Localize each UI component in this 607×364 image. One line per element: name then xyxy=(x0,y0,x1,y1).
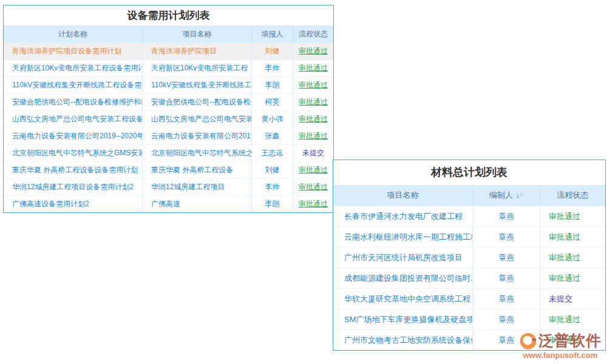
table-row: 华润12城房建工程项目设备需用计划2 华润12城房建工程项目 李帅 审批通过 xyxy=(4,178,333,195)
flow-status-link[interactable]: 审批通过 xyxy=(293,128,333,144)
material-plan-panel: 材料总计划列表 项目名称 编制人 流程状态 长春市伊通河水力发电厂改建工程 xyxy=(333,160,606,351)
column-header-compiler[interactable]: 编制人 xyxy=(472,185,540,206)
flow-status-link[interactable]: 审批通过 xyxy=(540,309,605,329)
plan-name-link[interactable]: 天府新区10Kv变电所安装工程设备需用计划 xyxy=(4,60,142,76)
project-name-link[interactable]: 天府新区10Kv变电所安装工程 xyxy=(142,60,251,76)
table-row: 北京朝阳区电气中芯特气系统之GMS安装设备... 北京朝阳区电气中芯特气系统之G… xyxy=(4,144,333,161)
column-header-project-name: 项目名称 xyxy=(333,185,472,206)
compiler-name: 章燕 xyxy=(472,227,540,247)
project-name-link[interactable]: 110kV安徽线程集变开断线路工程 xyxy=(142,77,251,93)
reporter-name: 李帅 xyxy=(251,60,293,76)
project-name-link[interactable]: 成都能源建设集团投资有限公司临时... xyxy=(333,268,472,288)
flow-status-link[interactable]: 审批通过 xyxy=(293,43,333,59)
project-name-link[interactable]: SM广场地下车库更换摄像机及硬盘项目 xyxy=(333,309,472,329)
flow-status-link[interactable]: 未提交 xyxy=(540,289,605,309)
column-header-reporter: 填报人 xyxy=(251,25,293,42)
flow-status-link[interactable]: 审批通过 xyxy=(293,94,333,110)
equipment-plan-panel: 设备需用计划列表 计划名称 项目名称 填报人 流程状态 青海洪湖养护院项目设备需… xyxy=(3,5,334,213)
flow-status-link[interactable]: 审批通过 xyxy=(540,206,605,226)
table-row: 华软大厦研究基地中央空调系统工程 章燕 未提交 xyxy=(333,288,605,309)
material-table-header: 项目名称 编制人 流程状态 xyxy=(333,185,605,206)
table-row: 青海洪湖养护院项目设备需用计划 青海洪湖养护院项目 刘健 审批通过 xyxy=(4,42,333,59)
flow-status-link[interactable]: 审批通过 xyxy=(540,330,605,350)
reporter-name: 李朗 xyxy=(251,77,293,93)
flow-status-link[interactable]: 审批通过 xyxy=(293,77,333,93)
equipment-table-body: 青海洪湖养护院项目设备需用计划 青海洪湖养护院项目 刘健 审批通过 天府新区10… xyxy=(4,42,333,212)
project-name-link[interactable]: 青海洪湖养护院项目 xyxy=(142,43,251,59)
plan-name-link[interactable]: 110kV安徽线程集变开断线路工程设备需用计划 xyxy=(4,77,142,93)
plan-name-link[interactable]: 华润12城房建工程项目设备需用计划2 xyxy=(4,179,142,195)
compiler-name: 章燕 xyxy=(472,248,540,268)
reporter-name: 黄小强 xyxy=(251,111,293,127)
reporter-name: 李朗 xyxy=(251,196,293,212)
project-name-link[interactable]: 云南电力设备安装有限公司2019--2... xyxy=(142,128,251,144)
plan-name-link[interactable]: 云南电力设备安装有限公司2019--2020年度劳... xyxy=(4,128,142,144)
project-name-link[interactable]: 广州市文物考古工地安防系统设备保修 xyxy=(333,330,472,350)
project-name-link[interactable]: 安徽合肥供电公司--配电设备检修维... xyxy=(142,94,251,110)
flow-status-link[interactable]: 审批通过 xyxy=(293,111,333,127)
column-header-plan-name: 计划名称 xyxy=(4,25,142,42)
project-name-link[interactable]: 山西弘文房地产总公司电气安装工程 xyxy=(142,111,251,127)
reporter-name: 柯英 xyxy=(251,94,293,110)
compiler-name: 章燕 xyxy=(472,309,540,329)
watermark-url-text: www.fanpusoft.com xyxy=(515,351,606,360)
compiler-header-label: 编制人 xyxy=(489,190,513,201)
column-header-flow-status: 流程状态 xyxy=(293,25,333,42)
project-name-link[interactable]: 长春市伊通河水力发电厂改建工程 xyxy=(333,206,472,226)
compiler-name: 章燕 xyxy=(472,289,540,309)
reporter-name: 刘健 xyxy=(251,162,293,178)
plan-name-link[interactable]: 山西弘文房地产总公司电气安装工程设备需用... xyxy=(4,111,142,127)
project-name-link[interactable]: 重庆华夏 外高桥工程设备 xyxy=(142,162,251,178)
project-name-link[interactable]: 华软大厦研究基地中央空调系统工程 xyxy=(333,289,472,309)
table-row: 110kV安徽线程集变开断线路工程设备需用计划 110kV安徽线程集变开断线路工… xyxy=(4,76,333,93)
project-name-link[interactable]: 云南水利枢纽潜明水库一期工程施工标 xyxy=(333,227,472,247)
table-row: 广州市文物考古工地安防系统设备保修 章燕 审批通过 xyxy=(333,329,605,350)
reporter-name: 刘健 xyxy=(251,43,293,59)
flow-status-link[interactable]: 审批通过 xyxy=(540,248,605,268)
column-header-flow-status: 流程状态 xyxy=(540,185,605,206)
flow-status-link[interactable]: 审批通过 xyxy=(293,162,333,178)
flow-status-link[interactable]: 审批通过 xyxy=(293,196,333,212)
table-row: 广州市天河区统计局机房改造项目 章燕 审批通过 xyxy=(333,247,605,268)
plan-name-link[interactable]: 青海洪湖养护院项目设备需用计划 xyxy=(4,43,142,59)
table-row: 安徽合肥供电公司--配电设备检修维护和改造... 安徽合肥供电公司--配电设备检… xyxy=(4,93,333,110)
plan-name-link[interactable]: 重庆华夏 外高桥工程设备设备需用计划 xyxy=(4,162,142,178)
column-header-project-name: 项目名称 xyxy=(142,25,251,42)
project-name-link[interactable]: 华润12城房建工程项目 xyxy=(142,179,251,195)
plan-name-link[interactable]: 广佛高速设备需用计划2 xyxy=(4,196,142,212)
reporter-name: 李帅 xyxy=(251,179,293,195)
reporter-name: 张鑫 xyxy=(251,128,293,144)
project-name-link[interactable]: 广佛高速 xyxy=(142,196,251,212)
table-row: 山西弘文房地产总公司电气安装工程设备需用... 山西弘文房地产总公司电气安装工程… xyxy=(4,110,333,127)
table-row: 成都能源建设集团投资有限公司临时... 章燕 审批通过 xyxy=(333,268,605,288)
compiler-name: 章燕 xyxy=(472,330,540,350)
material-panel-title: 材料总计划列表 xyxy=(333,160,605,185)
flow-status-link[interactable]: 审批通过 xyxy=(293,60,333,76)
table-row: 云南水利枢纽潜明水库一期工程施工标 章燕 审批通过 xyxy=(333,226,605,247)
equipment-table-header: 计划名称 项目名称 填报人 流程状态 xyxy=(4,25,333,42)
table-row: 云南电力设备安装有限公司2019--2020年度劳... 云南电力设备安装有限公… xyxy=(4,127,333,144)
reporter-name: 王志远 xyxy=(251,145,293,161)
table-row: 天府新区10Kv变电所安装工程设备需用计划 天府新区10Kv变电所安装工程 李帅… xyxy=(4,59,333,76)
sort-icon[interactable] xyxy=(516,192,523,199)
flow-status-link[interactable]: 审批通过 xyxy=(540,268,605,288)
flow-status-link[interactable]: 未提交 xyxy=(293,145,333,161)
plan-name-link[interactable]: 北京朝阳区电气中芯特气系统之GMS安装设备... xyxy=(4,145,142,161)
compiler-name: 章燕 xyxy=(472,268,540,288)
flow-status-link[interactable]: 审批通过 xyxy=(293,179,333,195)
table-row: 广佛高速设备需用计划2 广佛高速 李朗 审批通过 xyxy=(4,195,333,212)
plan-name-link[interactable]: 安徽合肥供电公司--配电设备检修维护和改造... xyxy=(4,94,142,110)
project-name-link[interactable]: 广州市天河区统计局机房改造项目 xyxy=(333,248,472,268)
table-row: SM广场地下车库更换摄像机及硬盘项目 章燕 审批通过 xyxy=(333,309,605,329)
table-row: 长春市伊通河水力发电厂改建工程 章燕 审批通过 xyxy=(333,206,605,226)
equipment-panel-title: 设备需用计划列表 xyxy=(4,5,333,25)
table-row: 重庆华夏 外高桥工程设备设备需用计划 重庆华夏 外高桥工程设备 刘健 审批通过 xyxy=(4,161,333,178)
material-table-body: 长春市伊通河水力发电厂改建工程 章燕 审批通过 云南水利枢纽潜明水库一期工程施工… xyxy=(333,206,605,350)
compiler-name: 章燕 xyxy=(472,206,540,226)
project-name-link[interactable]: 北京朝阳区电气中芯特气系统之GM... xyxy=(142,145,251,161)
flow-status-link[interactable]: 审批通过 xyxy=(540,227,605,247)
